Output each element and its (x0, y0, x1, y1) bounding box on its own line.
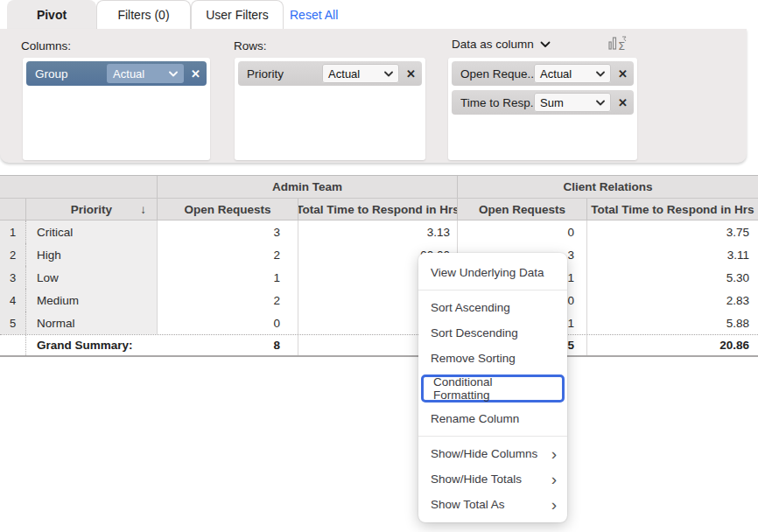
submenu-arrow-icon: › (551, 445, 557, 462)
chip-field-label: Time to Resp... (460, 96, 534, 109)
remove-chip-icon[interactable]: ✕ (406, 68, 416, 80)
chip-field-label: Open Reque... (460, 67, 534, 80)
menu-item-show-total-as[interactable]: Show Total As › (418, 492, 567, 517)
chip-time-to-respond[interactable]: Time to Resp... Sum ✕ (452, 90, 634, 115)
table-row: 1 Critical 3 3.13 0 3.75 (0, 220, 758, 243)
table-row: 5 Normal 0 1 5.88 (0, 312, 758, 334)
admin-open-requests-header[interactable]: Open Requests (158, 199, 298, 220)
chip-group[interactable]: Group Actual ✕ (26, 61, 207, 86)
priority-column-header[interactable]: Priority ↓ (26, 199, 158, 220)
row-number (0, 335, 26, 355)
aggregate-select[interactable]: Actual (322, 64, 399, 83)
menu-item-conditional-formatting[interactable]: Conditional Formatting (424, 377, 562, 400)
client-time-cell[interactable]: 3.11 (587, 243, 758, 266)
aggregate-select[interactable]: Actual (534, 64, 611, 83)
admin-open-cell[interactable]: 3 (158, 220, 298, 243)
admin-open-cell[interactable]: 2 (158, 289, 298, 312)
priority-cell[interactable]: Low (26, 266, 158, 289)
row-number: 4 (0, 289, 26, 312)
remove-chip-icon[interactable]: ✕ (618, 68, 628, 80)
remove-chip-icon[interactable]: ✕ (191, 68, 200, 80)
menu-item-show-hide-totals[interactable]: Show/Hide Totals › (418, 466, 567, 492)
client-time-cell[interactable]: 5.88 (587, 312, 758, 334)
aggregate-value: Actual (540, 67, 572, 80)
chip-open-requests[interactable]: Open Reque... Actual ✕ (452, 61, 634, 86)
menu-item-label: Sort Descending (431, 326, 518, 340)
priority-cell[interactable]: Normal (26, 312, 158, 334)
submenu-arrow-icon: › (551, 471, 557, 487)
aggregate-value: Actual (328, 67, 360, 80)
column-context-menu: View Underlying Data Sort Ascending Sort… (418, 253, 567, 522)
data-dropzone[interactable]: Open Reque... Actual ✕ Time to Resp... S… (448, 58, 637, 160)
rows-dropzone[interactable]: Priority Actual ✕ (235, 58, 425, 160)
group-header-client-relations[interactable]: Client Relations (458, 176, 758, 198)
menu-divider (418, 290, 567, 290)
priority-cell[interactable]: Critical (26, 220, 158, 243)
tab-bar: Pivot Filters (0) User Filters Reset All (0, 0, 758, 29)
menu-item-label: Sort Ascending (431, 301, 510, 314)
sort-descending-icon[interactable]: ↓ (140, 203, 146, 216)
admin-time-cell[interactable]: 3.13 (298, 220, 458, 243)
tab-user-filters[interactable]: User Filters (191, 0, 284, 29)
client-total-time-header[interactable]: Total Time to Respond in Hrs (587, 199, 758, 220)
row-number: 5 (0, 312, 26, 334)
columns-label: Columns: (21, 39, 71, 52)
rows-label: Rows: (234, 39, 267, 52)
admin-open-cell[interactable]: 2 (158, 243, 298, 266)
pivot-config-panel: Columns: Rows: Data as column Σ Group Ac… (0, 29, 747, 163)
grand-admin-open: 8 (158, 335, 298, 355)
chevron-down-icon (596, 71, 605, 77)
admin-total-time-header[interactable]: Total Time to Respond in Hrs (298, 199, 458, 220)
client-time-cell[interactable]: 2.83 (587, 289, 758, 312)
aggregate-select[interactable]: Sum (534, 93, 611, 112)
group-header-admin-team[interactable]: Admin Team (158, 176, 458, 198)
admin-open-cell[interactable]: 1 (158, 266, 298, 289)
table-row: 4 Medium 2 0 2.83 (0, 289, 758, 312)
remove-chip-icon[interactable]: ✕ (618, 97, 628, 108)
client-time-cell[interactable]: 3.75 (587, 220, 758, 243)
menu-item-show-hide-columns[interactable]: Show/Hide Columns › (418, 441, 567, 466)
menu-item-label: Conditional Formatting (433, 375, 551, 402)
priority-cell[interactable]: Medium (26, 289, 158, 312)
row-number: 2 (0, 243, 26, 266)
aggregate-select[interactable]: Actual (107, 64, 184, 83)
row-number: 3 (0, 266, 26, 289)
chip-field-label: Priority (247, 67, 322, 80)
menu-item-view-underlying-data[interactable]: View Underlying Data (418, 260, 567, 285)
menu-item-rename-column[interactable]: Rename Column (418, 406, 567, 431)
chip-priority[interactable]: Priority Actual ✕ (238, 61, 422, 86)
row-number: 1 (0, 220, 26, 243)
menu-divider (418, 436, 567, 437)
chevron-down-icon (169, 71, 178, 77)
menu-item-label: Rename Column (431, 412, 519, 425)
group-header-row: Admin Team Client Relations (0, 175, 758, 198)
priority-cell[interactable]: High (26, 243, 158, 266)
aggregate-value: Actual (113, 67, 144, 80)
reset-all-link[interactable]: Reset All (290, 0, 338, 29)
submenu-arrow-icon: › (551, 496, 557, 513)
columns-dropzone[interactable]: Group Actual ✕ (23, 58, 210, 160)
menu-item-sort-descending[interactable]: Sort Descending (418, 320, 567, 346)
admin-open-cell[interactable]: 0 (158, 312, 298, 334)
grand-summary-label: Grand Summary: (26, 335, 158, 355)
table-row: 2 High 2 00.00 3 3.11 (0, 243, 758, 266)
summary-sigma-icon[interactable]: Σ (607, 34, 628, 57)
menu-item-remove-sorting[interactable]: Remove Sorting (418, 346, 567, 371)
client-time-cell[interactable]: 5.30 (587, 266, 758, 289)
data-as-column-dropdown[interactable]: Data as column (452, 38, 551, 51)
priority-header-label: Priority (71, 203, 112, 216)
client-open-requests-header[interactable]: Open Requests (458, 199, 587, 220)
grand-summary-row: Grand Summary: 8 5 20.86 (0, 334, 758, 357)
data-as-column-label: Data as column (452, 38, 534, 51)
row-number-header (0, 199, 26, 220)
conditional-formatting-highlight: Conditional Formatting (421, 374, 565, 402)
tab-filters[interactable]: Filters (0) (96, 0, 191, 29)
chevron-down-icon (596, 100, 605, 106)
chevron-down-icon (540, 41, 551, 48)
menu-item-label: View Underlying Data (431, 266, 544, 279)
tab-pivot[interactable]: Pivot (7, 0, 96, 29)
aggregate-value: Sum (540, 96, 564, 109)
client-open-cell[interactable]: 0 (458, 220, 587, 243)
menu-item-sort-ascending[interactable]: Sort Ascending (418, 295, 567, 320)
chip-field-label: Group (35, 67, 107, 80)
